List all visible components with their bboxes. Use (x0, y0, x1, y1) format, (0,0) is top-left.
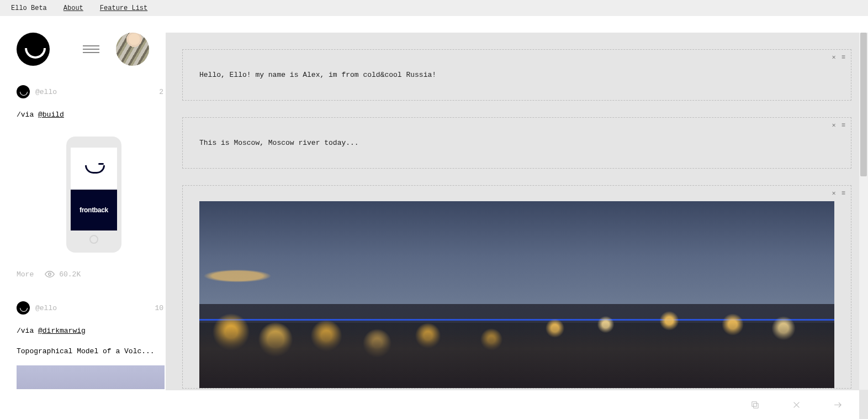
brand-label[interactable]: Ello Beta (11, 4, 47, 12)
nav-about[interactable]: About (63, 4, 83, 12)
delete-icon[interactable] (792, 400, 801, 410)
scrollbar-thumb[interactable] (860, 33, 867, 176)
feed-title: Topographical Model of a Volc... (17, 347, 166, 355)
ello-logo-icon[interactable] (17, 33, 50, 66)
feed-date: 10 (155, 304, 163, 312)
frontback-label: frontback (71, 190, 117, 231)
drag-icon[interactable]: ≡ (841, 190, 845, 197)
post-block-image[interactable]: ✕ ≡ (182, 185, 851, 389)
close-icon[interactable]: ✕ (832, 54, 836, 61)
composer-toolbar (166, 390, 859, 419)
ello-mini-icon[interactable] (17, 85, 30, 98)
via-line: /via @build (17, 111, 166, 119)
svg-rect-1 (754, 403, 759, 408)
phone-home-icon (89, 235, 98, 244)
svg-point-0 (49, 273, 51, 276)
ello-mini-icon[interactable] (17, 301, 30, 315)
copy-icon[interactable] (750, 400, 760, 410)
feed-item: @ello 10 /via @dirkmarwig Topographical … (17, 301, 166, 389)
post-block[interactable]: ✕ ≡ Hello, Ello! my name is Alex, im fro… (182, 49, 851, 101)
svg-rect-2 (752, 401, 757, 406)
via-line: /via @dirkmarwig (17, 327, 166, 335)
composer-panel: ✕ ≡ Hello, Ello! my name is Alex, im fro… (166, 33, 868, 419)
post-block[interactable]: ✕ ≡ This is Moscow, Moscow river today..… (182, 117, 851, 169)
drag-icon[interactable]: ≡ (841, 122, 845, 129)
via-handle[interactable]: @dirkmarwig (38, 327, 86, 335)
feed-date: 2 (159, 88, 163, 96)
via-handle[interactable]: @build (38, 111, 64, 119)
close-icon[interactable]: ✕ (832, 190, 836, 197)
drag-icon[interactable]: ≡ (841, 54, 845, 61)
submit-arrow-icon[interactable] (833, 400, 843, 410)
view-count: 60.2K (45, 269, 81, 279)
view-count-value: 60.2K (59, 270, 81, 279)
via-prefix: /via (17, 327, 38, 335)
menu-icon[interactable] (83, 45, 99, 53)
top-navigation: Ello Beta About Feature List (0, 0, 868, 16)
nav-feature-list[interactable]: Feature List (100, 4, 147, 12)
user-avatar[interactable] (116, 33, 149, 66)
vertical-scrollbar[interactable] (859, 33, 868, 390)
post-text: This is Moscow, Moscow river today... (199, 139, 834, 147)
feed-thumbnail[interactable] (17, 365, 165, 389)
sidebar: @ello 2 /via @build frontback More (0, 16, 166, 419)
moscow-river-image (199, 201, 834, 388)
post-text: Hello, Ello! my name is Alex, im from co… (199, 71, 834, 79)
feed-user[interactable]: @ello (35, 88, 159, 96)
more-link[interactable]: More (17, 270, 34, 279)
frontback-card[interactable]: frontback (66, 137, 121, 253)
feed-user[interactable]: @ello (35, 304, 155, 312)
eye-icon (45, 269, 55, 279)
via-prefix: /via (17, 111, 38, 119)
feed-item: @ello 2 /via @build frontback More (17, 85, 166, 279)
close-icon[interactable]: ✕ (832, 122, 836, 129)
